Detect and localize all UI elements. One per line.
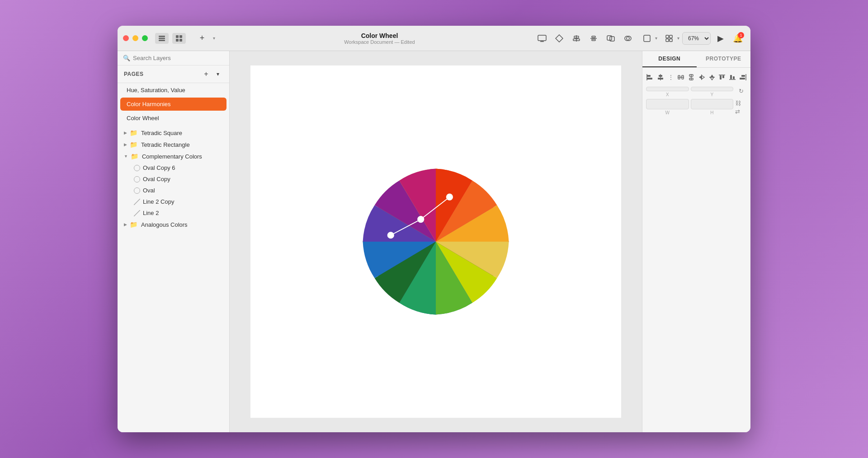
svg-rect-58 [740, 78, 745, 79]
h-prop: H [691, 99, 734, 115]
layers-view-icon[interactable] [155, 33, 169, 44]
svg-rect-22 [666, 35, 669, 38]
toolbar-right: ▾ ▾ 67% ▶ 🔔 1 [535, 31, 745, 46]
notification-badge: 1 [738, 32, 744, 38]
flip-icon[interactable]: ⇄ [735, 108, 747, 115]
notification-button[interactable]: 🔔 1 [731, 31, 745, 46]
align-left-edges-btn[interactable] [646, 71, 655, 83]
frame-type-chevron[interactable]: ▾ [655, 36, 657, 41]
svg-rect-24 [666, 39, 669, 42]
layer-item-oval[interactable]: Oval [118, 185, 229, 196]
minimize-button[interactable] [132, 35, 138, 41]
mask-icon[interactable] [604, 31, 618, 46]
traffic-lights [123, 35, 148, 41]
layer-group-complementary[interactable]: ▼ 📁 Complementary Colors [118, 150, 229, 162]
flip-h-btn[interactable] [698, 71, 706, 83]
pages-actions: + ▾ [201, 69, 223, 79]
distribute-h-btn[interactable] [677, 71, 685, 83]
layer-item-label: Oval Copy [143, 176, 170, 182]
layer-group-tetradic-square[interactable]: ▶ 📁 Tetradic Square [118, 127, 229, 139]
svg-point-30 [387, 232, 394, 238]
component-icon[interactable] [552, 31, 566, 46]
top-align-btn[interactable] [718, 71, 726, 83]
more-align-btn[interactable]: ⋮ [666, 71, 675, 83]
h-field[interactable] [691, 99, 734, 109]
align-right-btn[interactable] [738, 71, 747, 83]
color-wheel [350, 156, 522, 327]
layer-item-oval-copy[interactable]: Oval Copy [118, 173, 229, 185]
color-wheel-proper [350, 156, 522, 327]
page-item-color-wheel[interactable]: Color Wheel [120, 112, 226, 125]
add-page-button[interactable]: + [201, 69, 211, 79]
align-tools-row1: ⋮ [646, 71, 747, 83]
search-input[interactable] [133, 55, 224, 61]
y-label: Y [691, 92, 734, 97]
add-button[interactable]: + [195, 31, 209, 46]
layer-item-label: Line 2 [143, 210, 159, 216]
y-field[interactable] [691, 87, 734, 91]
svg-marker-49 [710, 75, 714, 77]
flip-v-btn[interactable] [708, 71, 716, 83]
title-bar: + ▾ Color Wheel Workspace Document — Edi… [118, 26, 750, 51]
pages-label: Pages [124, 71, 144, 77]
svg-rect-7 [538, 35, 546, 41]
x-field[interactable] [646, 87, 689, 91]
svg-rect-25 [670, 39, 672, 42]
title-section: Color Wheel Workspace Document — Edited [224, 32, 535, 45]
zoom-select[interactable]: 67% [682, 32, 711, 45]
layer-group-analogous[interactable]: ▶ 📁 Analogous Colors [118, 219, 229, 230]
layer-group-tetradic-rect[interactable]: ▶ 📁 Tetradic Rectangle [118, 139, 229, 150]
layers-list: ▶ 📁 Tetradic Square ▶ 📁 Tetradic Rectang… [118, 125, 229, 432]
position-row: X Y ↻ [646, 87, 747, 97]
svg-point-31 [417, 216, 424, 223]
folder-icon: 📁 [130, 129, 137, 136]
present-icon[interactable] [535, 31, 549, 46]
svg-rect-54 [730, 75, 732, 79]
frame-type-icon[interactable] [640, 31, 654, 46]
page-item-hsv[interactable]: Hue, Saturation, Value [120, 84, 226, 97]
design-tools: ⋮ [642, 68, 750, 121]
svg-rect-57 [741, 75, 745, 77]
arrange-icon[interactable] [662, 31, 676, 46]
canvas-area[interactable] [230, 51, 642, 432]
layer-item-oval-copy-6[interactable]: Oval Copy 6 [118, 162, 229, 173]
align-center-h-btn[interactable] [656, 71, 665, 83]
play-button[interactable]: ▶ [713, 31, 728, 46]
layer-item-line2[interactable]: Line 2 [118, 207, 229, 219]
close-button[interactable] [123, 35, 129, 41]
page-item-color-harmonies[interactable]: Color Harmonies [120, 98, 226, 111]
rotation-icon[interactable]: ↻ [739, 88, 744, 94]
svg-rect-16 [592, 39, 595, 41]
svg-marker-10 [556, 35, 563, 42]
arrange-chevron[interactable]: ▾ [677, 36, 679, 41]
align-icon[interactable] [569, 31, 584, 46]
add-chevron[interactable]: ▾ [213, 36, 215, 41]
panel-tabs: DESIGN PROTOTYPE [642, 51, 750, 68]
boolean-icon[interactable] [621, 31, 635, 46]
left-sidebar: 🔍 Pages + ▾ Hue, Saturation, Value Color… [118, 51, 230, 432]
layer-item-label: Line 2 Copy [143, 198, 174, 205]
view-toggles [155, 33, 186, 44]
line-shape-icon [134, 199, 140, 205]
svg-rect-5 [176, 39, 179, 42]
svg-rect-33 [647, 75, 651, 77]
pages-collapse-button[interactable]: ▾ [213, 69, 223, 79]
h-label: H [691, 110, 734, 115]
grid-view-icon[interactable] [172, 33, 186, 44]
maximize-button[interactable] [142, 35, 148, 41]
design-tab[interactable]: DESIGN [642, 51, 697, 67]
svg-marker-47 [702, 75, 704, 79]
svg-rect-3 [176, 35, 179, 38]
w-field[interactable] [646, 99, 689, 109]
prototype-tab[interactable]: PROTOTYPE [697, 51, 751, 67]
constrain-icon[interactable]: ⛓ [735, 100, 747, 107]
search-box: 🔍 [118, 51, 229, 65]
distribute-icon[interactable] [586, 31, 601, 46]
w-label: W [646, 110, 689, 115]
distribute-v-btn[interactable] [687, 71, 696, 83]
pages-header: Pages + ▾ [118, 65, 229, 83]
line-shape-icon [134, 210, 140, 216]
layer-item-line2-copy[interactable]: Line 2 Copy [118, 196, 229, 207]
document-title: Color Wheel [361, 32, 398, 39]
bottom-align-btn[interactable] [728, 71, 737, 83]
